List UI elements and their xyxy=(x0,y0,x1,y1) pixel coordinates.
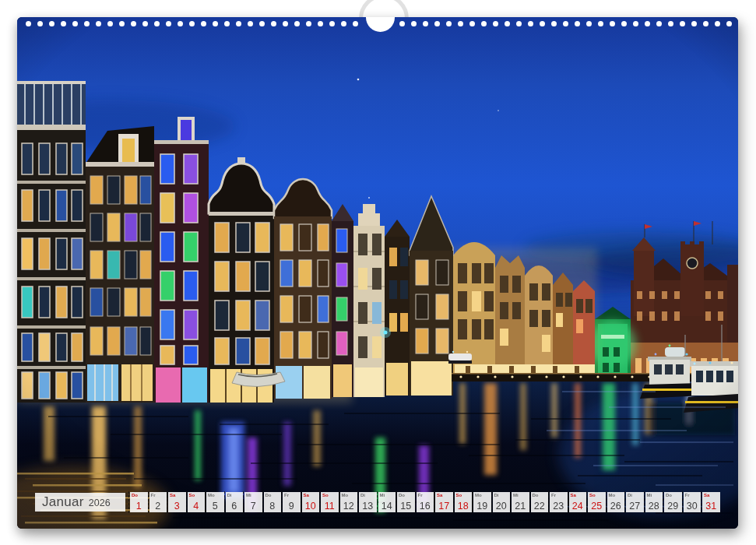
day-cell-6: Di6 xyxy=(226,492,244,512)
weekday-abbr: So xyxy=(456,493,462,498)
punch-hole xyxy=(306,21,311,26)
day-cell-14: Mi14 xyxy=(378,492,396,512)
day-number: 5 xyxy=(206,501,224,512)
punch-hole xyxy=(61,21,66,26)
punch-hole xyxy=(236,21,241,26)
punch-hole xyxy=(668,21,673,26)
day-cell-30: Fr30 xyxy=(684,492,701,512)
punch-hole xyxy=(283,21,288,26)
punch-hole xyxy=(528,21,533,26)
weekday-abbr: Do xyxy=(533,493,539,498)
punch-hole xyxy=(259,21,265,26)
punch-hole xyxy=(563,21,568,26)
weekday-abbr: Fr xyxy=(284,493,289,498)
punch-hole xyxy=(213,21,218,26)
punch-hole xyxy=(586,21,592,26)
day-cell-29: Do29 xyxy=(664,492,682,512)
punch-hole xyxy=(540,21,545,26)
day-cell-23: Fr23 xyxy=(550,492,568,512)
day-cell-18: So18 xyxy=(455,492,473,512)
day-number: 21 xyxy=(512,501,529,512)
day-number: 17 xyxy=(435,501,453,512)
punch-hole xyxy=(353,21,358,26)
punch-hole xyxy=(178,21,183,26)
weekday-abbr: Fr xyxy=(151,493,156,498)
day-number: 24 xyxy=(569,501,587,512)
month-year: 2026 xyxy=(89,496,111,508)
weekday-abbr: Sa xyxy=(304,493,309,498)
day-number: 30 xyxy=(684,501,701,512)
vignette xyxy=(17,17,738,529)
day-cell-17: Sa17 xyxy=(435,492,453,512)
day-number: 31 xyxy=(702,501,720,512)
day-cell-10: Sa10 xyxy=(302,492,320,512)
punch-hole xyxy=(154,21,160,26)
day-number: 6 xyxy=(226,501,244,512)
day-cell-15: Do15 xyxy=(397,492,415,512)
punch-hole xyxy=(469,21,475,26)
punch-hole xyxy=(72,21,78,26)
day-number: 20 xyxy=(493,501,511,512)
day-number: 9 xyxy=(283,501,301,512)
day-number: 3 xyxy=(168,501,186,512)
day-number: 27 xyxy=(626,501,644,512)
punch-hole xyxy=(37,21,43,26)
day-number: 4 xyxy=(188,501,206,512)
punch-hole xyxy=(656,21,662,26)
punch-hole xyxy=(142,21,148,26)
punch-hole xyxy=(189,21,195,26)
day-number: 7 xyxy=(244,501,262,512)
punch-hole xyxy=(271,21,276,26)
punch-hole xyxy=(399,21,405,26)
punch-hole xyxy=(96,21,101,26)
day-number: 1 xyxy=(130,501,148,512)
weekday-abbr: Sa xyxy=(704,493,709,498)
punch-hole xyxy=(703,21,709,26)
punch-hole xyxy=(458,21,463,26)
punch-hole xyxy=(516,21,522,26)
weekday-abbr: Sa xyxy=(170,493,175,498)
punch-hole xyxy=(691,21,697,26)
punch-hole xyxy=(715,21,720,26)
day-number: 22 xyxy=(531,501,549,512)
day-cell-2: Fr2 xyxy=(149,492,167,512)
punch-hole xyxy=(505,21,510,26)
punch-hole xyxy=(84,21,90,26)
punch-hole xyxy=(49,21,55,26)
weekday-abbr: Mo xyxy=(475,493,482,498)
punch-hole xyxy=(107,21,113,26)
day-number: 29 xyxy=(664,501,682,512)
calendar-strip: Januar 2026 Do1Fr2Sa3So4Mo5Di6Mi7Do8Fr9S… xyxy=(17,492,738,512)
weekday-abbr: So xyxy=(189,493,195,498)
day-cells: Do1Fr2Sa3So4Mo5Di6Mi7Do8Fr9Sa10So11Mo12D… xyxy=(130,492,720,512)
day-number: 13 xyxy=(359,501,377,512)
day-number: 26 xyxy=(607,501,625,512)
punch-hole xyxy=(633,21,638,26)
day-cell-3: Sa3 xyxy=(168,492,186,512)
punch-hole xyxy=(224,21,230,26)
punch-hole xyxy=(610,21,615,26)
weekday-abbr: Mi xyxy=(513,493,519,498)
day-cell-20: Di20 xyxy=(493,492,511,512)
punch-hole xyxy=(294,21,300,26)
day-cell-11: So11 xyxy=(321,492,339,512)
punch-hole xyxy=(423,21,428,26)
weekday-abbr: So xyxy=(589,493,596,498)
punch-hole xyxy=(446,21,452,26)
weekday-abbr: So xyxy=(322,493,329,498)
day-number: 10 xyxy=(302,501,320,512)
punch-hole xyxy=(341,21,346,26)
day-cell-9: Fr9 xyxy=(283,492,301,512)
weekday-abbr: Di xyxy=(628,493,632,498)
day-cell-21: Mi21 xyxy=(512,492,529,512)
weekday-abbr: Fr xyxy=(551,493,556,498)
day-number: 2 xyxy=(149,501,167,512)
weekday-abbr: Di xyxy=(227,493,232,498)
punch-hole xyxy=(329,21,335,26)
day-cell-22: Do22 xyxy=(531,492,549,512)
punch-hole xyxy=(598,21,603,26)
punch-hole xyxy=(434,21,440,26)
day-cell-27: Di27 xyxy=(626,492,644,512)
day-number: 16 xyxy=(417,501,434,512)
weekday-abbr: Do xyxy=(666,493,672,498)
